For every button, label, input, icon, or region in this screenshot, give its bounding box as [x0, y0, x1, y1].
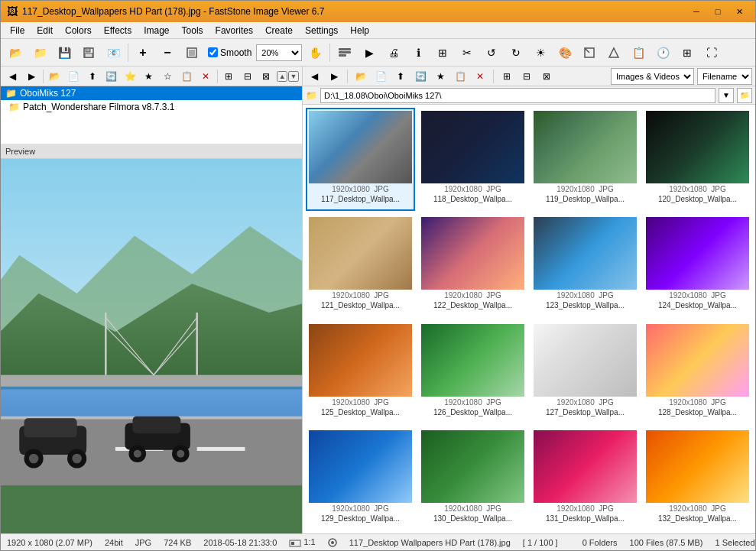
sort-by-select[interactable]: Filename Date Size Type [697, 68, 752, 85]
thumbnail-item-13[interactable]: 1920x1080 JPG129_Desktop_Wallpa... [306, 427, 415, 530]
nav-parent-button[interactable]: ⬆ [83, 68, 102, 85]
menu-file[interactable]: File [4, 23, 31, 38]
maximize-button[interactable]: □ [708, 4, 728, 19]
thumbnail-item-16[interactable]: 1920x1080 JPG132_Desktop_Wallpa... [643, 427, 752, 530]
preview-label: Preview [5, 147, 35, 156]
nav-back-button[interactable]: ◀ [4, 68, 22, 85]
nav-refresh-button[interactable]: 🔄 [102, 68, 121, 85]
rt-grid2-button[interactable]: ⊟ [518, 68, 535, 85]
status-filecount: 100 Files (87.5 MB) [630, 538, 703, 547]
nav-grid1-button[interactable]: ⊞ [220, 68, 238, 85]
tree-item-oboiMiks[interactable]: 📁 OboiMiks 127 [1, 86, 302, 100]
thumbnail-item-9[interactable]: 1920x1080 JPG125_Desktop_Wallpa... [306, 321, 415, 424]
nav-grid3-button[interactable]: ⊠ [258, 68, 276, 85]
nav-delete-button[interactable]: ✕ [196, 68, 215, 85]
rt-delete-button[interactable]: ✕ [472, 68, 488, 85]
thumbnail-item-7[interactable]: 1920x1080 JPG123_Desktop_Wallpa... [530, 214, 640, 317]
batch-rename-button[interactable] [333, 41, 356, 64]
status-date: 2018-05-18 21:33:0 [203, 538, 277, 547]
tree-scroll-up[interactable]: ▲ [277, 71, 287, 82]
open-file-button[interactable]: 📁 [28, 41, 51, 64]
rotate-left-button[interactable]: ↺ [480, 41, 503, 64]
nav-grid2-button[interactable]: ⊟ [238, 68, 257, 85]
resize-button[interactable] [578, 41, 601, 64]
nav-fav-button[interactable]: ⭐ [122, 68, 140, 85]
menu-tools[interactable]: Tools [176, 23, 209, 38]
rt-grid1-button[interactable]: ⊞ [498, 68, 515, 85]
nav-fav3-button[interactable]: ☆ [159, 68, 177, 85]
menu-colors[interactable]: Colors [59, 23, 98, 38]
mosaic-button[interactable]: ⊞ [676, 41, 699, 64]
fit-button[interactable] [180, 41, 203, 64]
rt-forward-button[interactable]: ▶ [326, 68, 342, 85]
thumbnail-item-11[interactable]: 1920x1080 JPG127_Desktop_Wallpa... [530, 321, 640, 424]
thumbnail-item-5[interactable]: 1920x1080 JPG121_Desktop_Wallpa... [306, 214, 415, 317]
crop-button[interactable]: ✂ [456, 41, 479, 64]
svg-rect-13 [1, 375, 302, 387]
hand-tool-button[interactable]: ✋ [303, 41, 326, 64]
brightness-button[interactable]: ☀ [529, 41, 552, 64]
nav-open-button[interactable]: 📂 [46, 68, 64, 85]
nav-fav2-button[interactable]: ★ [140, 68, 158, 85]
sharpen-button[interactable] [602, 41, 625, 64]
fullscreen-button[interactable]: ⛶ [700, 41, 723, 64]
menu-help[interactable]: Help [344, 23, 375, 38]
colors-button[interactable]: 🎨 [553, 41, 576, 64]
thumbnail-item-6[interactable]: 1920x1080 JPG122_Desktop_Wallpa... [418, 214, 527, 317]
compare-button[interactable]: ⊞ [431, 41, 454, 64]
rt-open-button[interactable]: 📂 [352, 68, 369, 85]
rotate-right-button[interactable]: ↻ [505, 41, 527, 64]
info-button[interactable]: ℹ [407, 41, 430, 64]
zoom-out-button[interactable]: − [156, 41, 179, 64]
nav-paste-button[interactable]: 📋 [177, 68, 196, 85]
clone-button[interactable]: 📋 [627, 41, 650, 64]
menu-image[interactable]: Image [138, 23, 175, 38]
thumbnail-name-5: 121_Desktop_Wallpa... [309, 301, 412, 310]
close-button[interactable]: ✕ [729, 4, 749, 19]
print-button[interactable]: 🖨 [382, 41, 405, 64]
addr-folder-icon: 📁 [306, 90, 317, 101]
thumbnail-item-2[interactable]: 1920x1080 JPG118_Desktop_Wallpa... [418, 108, 527, 211]
open-folder-button[interactable]: 📂 [4, 41, 27, 64]
status-selection: 1 Selected [715, 538, 755, 547]
save-button[interactable]: 💾 [53, 41, 76, 64]
thumbnail-item-3[interactable]: 1920x1080 JPG119_Desktop_Wallpa... [530, 108, 640, 211]
rt-back-button[interactable]: ◀ [306, 68, 323, 85]
zoom-select[interactable]: 20% 5% 10% 25% 33% 50% 75% 100% [256, 44, 302, 61]
thumbnail-item-1[interactable]: 1920x1080 JPG117_Desktop_Wallpa... [306, 108, 415, 211]
address-input[interactable] [320, 88, 715, 103]
tree-item-patch[interactable]: 📁 Patch_Wondershare Filmora v8.7.3.1 [1, 100, 302, 114]
smooth-checkbox[interactable] [208, 47, 218, 57]
rt-refresh-button[interactable]: 🔄 [412, 68, 429, 85]
filter-type-select[interactable]: Images & Videos All Files Images Videos [611, 68, 694, 85]
thumbnail-item-4[interactable]: 1920x1080 JPG120_Desktop_Wallpa... [643, 108, 752, 211]
status-bar: 1920 x 1080 (2.07 MP) 24bit JPG 724 KB 2… [1, 533, 755, 550]
addr-go-button[interactable]: ▼ [719, 88, 734, 103]
nav-file-open-button[interactable]: 📄 [65, 68, 83, 85]
menu-edit[interactable]: Edit [31, 23, 59, 38]
rt-paste-button[interactable]: 📋 [452, 68, 469, 85]
rt-file-button[interactable]: 📄 [372, 68, 389, 85]
thumbnail-item-8[interactable]: 1920x1080 JPG124_Desktop_Wallpa... [643, 214, 752, 317]
addr-browse-button[interactable]: 📁 [737, 88, 752, 103]
rt-grid3-button[interactable]: ⊠ [538, 68, 555, 85]
tree-scroll-down[interactable]: ▼ [288, 71, 299, 82]
rt-up-button[interactable]: ⬆ [392, 68, 409, 85]
save-as-button[interactable] [77, 41, 100, 64]
menu-create[interactable]: Create [259, 23, 299, 38]
history-button[interactable]: 🕐 [651, 41, 674, 64]
minimize-button[interactable]: ─ [686, 4, 706, 19]
slideshow-button[interactable]: ▶ [358, 41, 381, 64]
menu-settings[interactable]: Settings [299, 23, 344, 38]
zoom-in-button[interactable]: + [131, 41, 154, 64]
thumbnail-item-14[interactable]: 1920x1080 JPG130_Desktop_Wallpa... [418, 427, 527, 530]
thumbnail-meta-11: 1920x1080 JPG [534, 397, 637, 408]
menu-effects[interactable]: Effects [98, 23, 138, 38]
menu-favorites[interactable]: Favorites [209, 23, 259, 38]
rt-fav-button[interactable]: ★ [432, 68, 449, 85]
nav-forward-button[interactable]: ▶ [23, 68, 41, 85]
thumbnail-item-10[interactable]: 1920x1080 JPG126_Desktop_Wallpa... [418, 321, 527, 424]
thumbnail-item-15[interactable]: 1920x1080 JPG131_Desktop_Wallpa... [530, 427, 640, 530]
thumbnail-item-12[interactable]: 1920x1080 JPG128_Desktop_Wallpa... [643, 321, 752, 424]
email-button[interactable]: 📧 [102, 41, 125, 64]
